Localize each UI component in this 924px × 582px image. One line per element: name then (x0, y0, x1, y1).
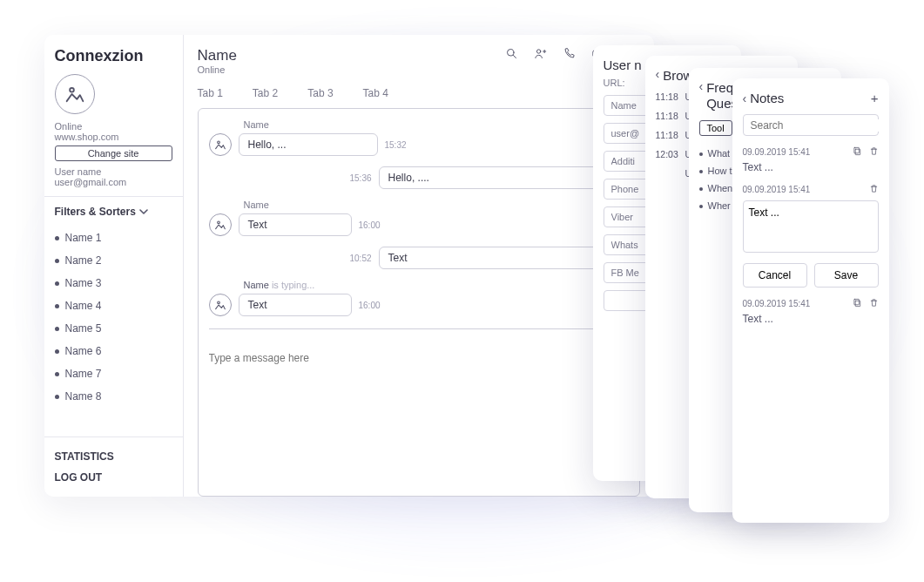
cancel-button[interactable]: Cancel (743, 263, 807, 288)
contact-item[interactable]: Name 6 (55, 340, 172, 362)
contact-avatar (209, 294, 232, 316)
trash-icon[interactable] (869, 298, 879, 309)
tab[interactable]: Tab 3 (307, 87, 333, 99)
add-note-button[interactable]: + (871, 91, 879, 105)
typing-indicator: Name is typing... (244, 280, 629, 290)
statistics-link[interactable]: STATISTICS (55, 446, 172, 467)
chat-body: Name Hello, ... 15:32 15:36 Hello, .... … (198, 108, 640, 497)
note-date: 09.09.2019 15:41 (743, 185, 811, 194)
chat-status: Online (198, 64, 237, 75)
svg-point-4 (217, 141, 219, 144)
back-icon[interactable]: ‹ (699, 80, 704, 92)
notes-panel: ‹ Notes + 09.09.2019 15:41 Text ... 09.0… (732, 78, 889, 523)
sender-name: Name (244, 200, 629, 210)
svg-rect-12 (853, 147, 859, 152)
contact-item[interactable]: Name 5 (55, 317, 172, 340)
svg-point-6 (217, 301, 219, 304)
main-window: Connexzion Online www.shop.com Change si… (44, 35, 654, 497)
contact-avatar (209, 213, 232, 236)
back-icon[interactable]: ‹ (656, 68, 660, 80)
message-out: Text (379, 247, 629, 269)
note-item-editing: 09.09.2019 15:41 Cancel Save (743, 184, 879, 288)
timestamp: 10:52 (350, 254, 372, 263)
back-icon[interactable]: ‹ (743, 92, 747, 105)
tab[interactable]: Tab 1 (198, 87, 223, 99)
site-url: www.shop.com (55, 132, 172, 142)
note-date: 09.09.2019 15:41 (743, 299, 811, 308)
agent-status: Online (55, 121, 172, 132)
contact-avatar (209, 133, 232, 156)
contact-item[interactable]: Name 1 (55, 227, 172, 249)
contact-item[interactable]: Name 7 (55, 362, 172, 385)
note-text: Text ... (743, 161, 879, 173)
phone-icon[interactable] (563, 47, 576, 62)
brand-logo: Connexzion (55, 47, 172, 65)
chevron-down-icon (139, 207, 148, 216)
trash-icon[interactable] (869, 146, 879, 158)
message-in: Text (239, 213, 352, 236)
svg-point-1 (508, 50, 515, 57)
timestamp: 15:32 (385, 140, 407, 150)
svg-point-2 (537, 50, 541, 53)
chat-title: Name (198, 47, 237, 64)
svg-point-5 (217, 221, 219, 224)
svg-rect-14 (853, 299, 859, 304)
contact-list: Name 1 Name 2 Name 3 Name 4 Name 5 Name … (55, 227, 172, 436)
agent-avatar (55, 74, 95, 114)
chat-panel: Name Online FAQ Tab 1 Tab 2 Tab 3 Tab 4 (184, 35, 654, 497)
search-icon[interactable] (505, 47, 518, 62)
note-item: 09.09.2019 15:41 Text ... (743, 298, 879, 325)
agent-email: user@gmail.com (55, 177, 172, 187)
copy-icon[interactable] (853, 298, 862, 309)
sender-name: Name (244, 119, 629, 130)
svg-rect-11 (855, 149, 860, 154)
message-in: Hello, ... (239, 133, 378, 156)
note-item: 09.09.2019 15:41 Text ... (743, 146, 879, 173)
contact-item[interactable]: Name 3 (55, 272, 172, 294)
contact-item[interactable]: Name 4 (55, 294, 172, 317)
chat-tabs: Tab 1 Tab 2 Tab 3 Tab 4 (198, 87, 640, 99)
svg-rect-13 (855, 301, 860, 306)
filters-sorters-toggle[interactable]: Filters & Sorters (55, 206, 172, 218)
timestamp: 16:00 (359, 301, 381, 310)
timestamp: 16:00 (359, 220, 381, 230)
message-input[interactable] (209, 347, 585, 369)
faq-tool-button[interactable]: Tool (699, 120, 732, 136)
note-text: Text ... (743, 313, 879, 325)
contact-item[interactable]: Name 8 (55, 385, 172, 408)
sidebar: Connexzion Online www.shop.com Change si… (44, 35, 184, 497)
agent-name: User name (55, 166, 172, 177)
timestamp: 15:36 (350, 173, 372, 183)
note-date: 09.09.2019 15:41 (743, 147, 811, 157)
message-in: Text (239, 294, 352, 316)
svg-point-0 (70, 88, 74, 92)
copy-icon[interactable] (853, 146, 862, 158)
panel-title: Notes (750, 91, 784, 105)
notes-search[interactable] (743, 114, 879, 136)
trash-icon[interactable] (869, 184, 879, 195)
add-user-icon[interactable] (534, 47, 547, 62)
contact-item[interactable]: Name 2 (55, 249, 172, 272)
note-textarea[interactable] (743, 200, 879, 253)
notes-search-input[interactable] (751, 119, 881, 132)
save-button[interactable]: Save (814, 263, 879, 288)
message-out: Hello, .... (379, 166, 629, 189)
tab[interactable]: Tab 2 (253, 87, 278, 99)
logout-link[interactable]: LOG OUT (55, 467, 172, 488)
change-site-button[interactable]: Change site (55, 146, 172, 161)
tab[interactable]: Tab 4 (363, 87, 388, 99)
